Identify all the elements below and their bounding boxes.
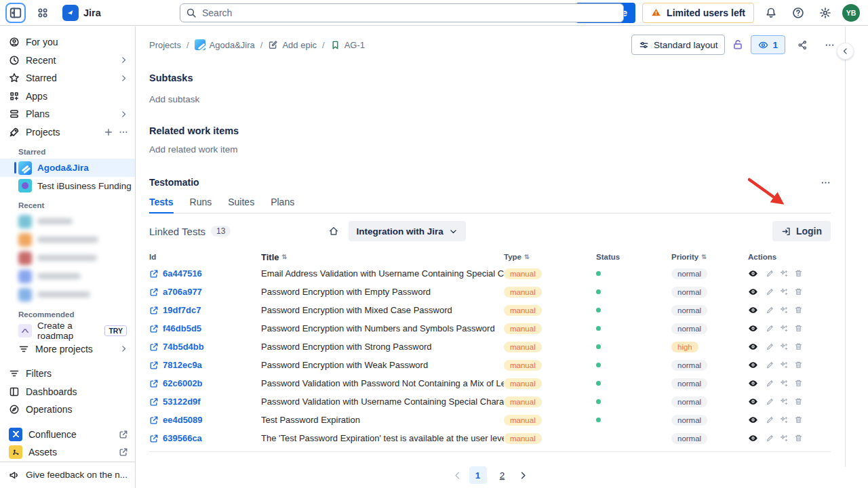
sidebar-item-apps[interactable]: Apps [0, 87, 135, 106]
standard-layout-button[interactable]: Standard layout [631, 35, 726, 55]
recent-project-placeholder[interactable] [0, 212, 135, 230]
login-button[interactable]: Login [772, 221, 831, 241]
tab-tests[interactable]: Tests [149, 197, 174, 214]
test-id-link[interactable]: 53122d9f [149, 396, 201, 407]
edit-test-button[interactable] [766, 434, 774, 443]
sidebar-item-dashboards[interactable]: Dashboards [0, 382, 135, 401]
view-test-button[interactable] [748, 305, 758, 315]
delete-test-button[interactable] [794, 361, 803, 369]
edit-test-button[interactable] [766, 379, 774, 388]
breadcrumb-issue-key[interactable]: AG-1 [330, 40, 365, 50]
tab-suites[interactable]: Suites [228, 197, 254, 213]
share-button[interactable] [792, 35, 812, 54]
ai-generate-button[interactable] [780, 361, 789, 369]
delete-test-button[interactable] [794, 324, 803, 333]
view-test-button[interactable] [748, 323, 758, 333]
breadcrumb-projects[interactable]: Projects [149, 40, 181, 50]
testomatio-more-button[interactable] [821, 178, 831, 188]
ai-generate-button[interactable] [780, 306, 789, 314]
watchers-button[interactable]: 1 [751, 35, 785, 54]
projects-more-icon[interactable] [119, 127, 128, 137]
column-type[interactable]: Type⇅ [504, 253, 594, 261]
test-id-link[interactable]: ee4d5089 [149, 415, 203, 425]
view-test-button[interactable] [748, 378, 758, 388]
view-test-button[interactable] [748, 396, 758, 407]
limited-users-button[interactable]: Limited users left [642, 3, 754, 23]
edit-test-button[interactable] [766, 324, 774, 333]
sidebar-item-filters[interactable]: Filters [0, 365, 135, 383]
sidebar-item-recent[interactable]: Recent [0, 51, 135, 69]
search-input[interactable] [180, 3, 624, 22]
delete-test-button[interactable] [794, 342, 803, 351]
recent-project-placeholder[interactable] [0, 285, 135, 304]
next-page-button[interactable] [518, 470, 528, 481]
sidebar-item-operations[interactable]: Operations [0, 401, 135, 419]
edit-test-button[interactable] [766, 397, 774, 406]
sidebar-project-agoda-jira[interactable]: Agoda&Jira [0, 159, 135, 177]
view-test-button[interactable] [748, 287, 758, 297]
previous-page-button[interactable] [452, 470, 462, 481]
collapse-panel-button[interactable] [837, 43, 854, 60]
breadcrumb-add-epic[interactable]: Add epic [268, 40, 317, 50]
project-selector-dropdown[interactable]: Integration with Jira [349, 221, 466, 241]
recent-project-placeholder[interactable] [0, 267, 135, 285]
edit-test-button[interactable] [766, 269, 774, 278]
delete-test-button[interactable] [794, 434, 803, 443]
edit-test-button[interactable] [766, 306, 774, 314]
edit-test-button[interactable] [766, 361, 774, 369]
delete-test-button[interactable] [794, 415, 803, 424]
delete-test-button[interactable] [794, 306, 803, 314]
test-id-link[interactable]: 6a447516 [149, 268, 202, 279]
ai-generate-button[interactable] [780, 415, 789, 424]
ai-generate-button[interactable] [780, 379, 789, 388]
sidebar-item-assets[interactable]: Assets [0, 443, 135, 462]
tab-plans[interactable]: Plans [271, 197, 294, 213]
delete-test-button[interactable] [794, 269, 803, 278]
sidebar-item-for-you[interactable]: For you [0, 33, 135, 52]
edit-test-button[interactable] [766, 342, 774, 351]
delete-test-button[interactable] [794, 397, 803, 406]
add-project-icon[interactable] [104, 127, 113, 137]
notifications-button[interactable] [761, 3, 781, 23]
delete-test-button[interactable] [794, 287, 803, 296]
breadcrumb-project[interactable]: Agoda&Jira [195, 39, 255, 50]
ai-generate-button[interactable] [780, 342, 789, 351]
recent-project-placeholder[interactable] [0, 249, 135, 267]
sidebar-item-plans[interactable]: Plans [0, 105, 135, 123]
sidebar-item-starred[interactable]: Starred [0, 69, 135, 87]
give-feedback-button[interactable]: Give feedback on the n... [0, 462, 135, 488]
edit-test-button[interactable] [766, 287, 774, 296]
add-subtask-link[interactable]: Add subtask [149, 94, 831, 104]
test-id-link[interactable]: 639566ca [149, 433, 202, 443]
page-button-2[interactable]: 2 [494, 466, 511, 484]
sidebar-item-more-projects[interactable]: More projects [0, 340, 135, 358]
ai-generate-button[interactable] [780, 397, 789, 406]
sidebar-toggle-button[interactable] [5, 3, 26, 23]
view-test-button[interactable] [748, 433, 758, 443]
test-id-link[interactable]: 19df7dc7 [149, 305, 201, 315]
settings-button[interactable] [815, 3, 835, 23]
page-button-1[interactable]: 1 [469, 466, 487, 484]
recent-project-placeholder[interactable] [0, 230, 135, 249]
test-id-link[interactable]: 7812ec9a [149, 360, 202, 370]
view-test-button[interactable] [748, 342, 758, 352]
test-id-link[interactable]: f46db5d5 [149, 323, 201, 333]
view-test-button[interactable] [748, 268, 758, 279]
home-icon[interactable] [328, 226, 339, 237]
ai-generate-button[interactable] [780, 269, 789, 278]
ai-generate-button[interactable] [780, 287, 789, 296]
help-button[interactable] [788, 3, 808, 23]
test-id-link[interactable]: 74b5d4bb [149, 342, 204, 352]
sidebar-item-confluence[interactable]: Confluence [0, 425, 135, 443]
jira-logo[interactable]: Jira [62, 5, 101, 21]
avatar[interactable]: YB [842, 4, 860, 22]
add-related-work-item-link[interactable]: Add related work item [149, 144, 831, 155]
ai-generate-button[interactable] [780, 434, 789, 443]
test-id-link[interactable]: 62c6002b [149, 378, 203, 388]
view-test-button[interactable] [748, 415, 758, 425]
tab-runs[interactable]: Runs [190, 197, 212, 213]
delete-test-button[interactable] [794, 379, 803, 388]
edit-test-button[interactable] [766, 415, 774, 424]
sidebar-project-ibusiness[interactable]: Test iBusiness Funding [0, 177, 135, 195]
column-priority[interactable]: Priority⇅ [671, 253, 748, 261]
